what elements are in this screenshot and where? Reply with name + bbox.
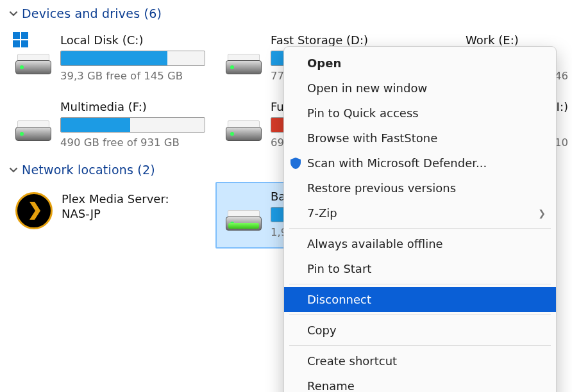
- menu-restore-versions[interactable]: Restore previous versions: [284, 176, 556, 200]
- menu-separator: [289, 314, 551, 315]
- drive-icon: [15, 115, 51, 141]
- menu-label: 7-Zip: [307, 206, 337, 220]
- storage-bar: [60, 117, 205, 133]
- chevron-down-icon: [9, 165, 18, 174]
- menu-rename[interactable]: Rename: [284, 373, 556, 392]
- drive-name: Work (E:): [466, 33, 568, 47]
- menu-separator: [289, 284, 551, 284]
- svg-marker-4: [29, 202, 40, 220]
- drive-free-text: 39,3 GB free of 145 GB: [60, 70, 205, 82]
- drive-item-f[interactable]: Multimedia (F:) 490 GB free of 931 GB: [5, 92, 210, 159]
- menu-copy[interactable]: Copy: [284, 318, 556, 343]
- drive-free-text: 490 GB free of 931 GB: [60, 136, 205, 149]
- svg-rect-2: [13, 40, 20, 47]
- menu-pin-quick-access[interactable]: Pin to Quick access: [284, 101, 556, 126]
- menu-7zip[interactable]: 7-Zip ❯: [284, 200, 556, 225]
- svg-rect-3: [21, 40, 28, 47]
- menu-pin-start[interactable]: Pin to Start: [284, 256, 556, 281]
- storage-bar: [60, 51, 205, 66]
- menu-create-shortcut[interactable]: Create shortcut: [284, 348, 556, 373]
- network-drive-icon: [226, 205, 262, 231]
- shield-icon: [289, 157, 302, 170]
- drive-icon: [226, 49, 262, 74]
- drive-icon: [15, 49, 51, 74]
- drive-item-c[interactable]: Local Disk (C:) 39,3 GB free of 145 GB: [5, 26, 210, 92]
- svg-rect-0: [13, 32, 20, 39]
- menu-open[interactable]: Open: [284, 51, 556, 76]
- drive-name: Multimedia (F:): [60, 100, 205, 113]
- chevron-right-icon: ❯: [538, 206, 546, 220]
- menu-always-offline[interactable]: Always available offline: [284, 231, 556, 256]
- menu-label: Scan with Microsoft Defender...: [307, 156, 487, 170]
- drive-icon: [226, 115, 262, 141]
- svg-rect-1: [21, 32, 28, 39]
- menu-open-new-window[interactable]: Open in new window: [284, 76, 556, 101]
- menu-scan-defender[interactable]: Scan with Microsoft Defender...: [284, 151, 556, 176]
- drive-name: Local Disk (C:): [60, 33, 205, 47]
- chevron-down-icon: [9, 9, 18, 18]
- menu-separator: [289, 345, 551, 346]
- plex-icon: [15, 192, 53, 229]
- menu-disconnect[interactable]: Disconnect: [284, 287, 556, 312]
- context-menu: Open Open in new window Pin to Quick acc…: [283, 46, 557, 392]
- windows-icon: [13, 32, 28, 47]
- menu-browse-faststone[interactable]: Browse with FastStone: [284, 126, 556, 151]
- network-name: Plex Media Server:: [62, 192, 205, 206]
- menu-separator: [289, 228, 551, 229]
- section-title: Network locations (2): [22, 163, 155, 177]
- section-title: Devices and drives (6): [22, 6, 162, 20]
- section-header-devices[interactable]: Devices and drives (6): [0, 4, 572, 23]
- network-host: NAS-JP: [62, 207, 205, 220]
- network-item-plex[interactable]: Plex Media Server: NAS-JP: [5, 182, 210, 249]
- drive-name: Fast Storage (D:): [271, 33, 416, 47]
